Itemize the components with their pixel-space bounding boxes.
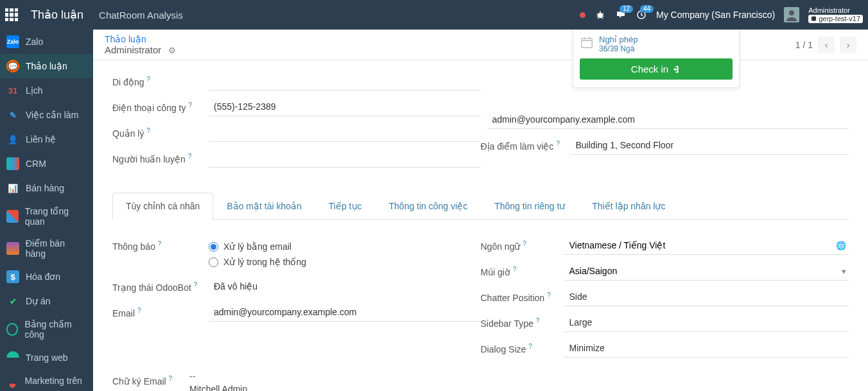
help-icon[interactable]: ? (169, 375, 173, 382)
chatter-position-label: Chatter Position (481, 293, 545, 303)
notify-email-option[interactable]: Xử lý bằng email (209, 239, 306, 254)
user-avatar[interactable] (784, 7, 799, 22)
debug-bug-icon[interactable] (595, 9, 606, 21)
form-sheet: Di động ? Điện thoại công ty ? Quản lý ?… (93, 60, 868, 391)
coach-field[interactable] (209, 149, 481, 168)
work-phone-field[interactable] (209, 98, 481, 116)
activities-badge: 44 (640, 5, 654, 13)
user-menu[interactable]: Administrator gerp-test-v17 (808, 6, 863, 23)
sidebar-item-project[interactable]: ✔Dự án (0, 289, 93, 313)
messages-icon[interactable]: 12 (615, 9, 627, 21)
breadcrumb-parent[interactable]: Thảo luận (105, 34, 146, 44)
signature-label: Chữ ký Email (112, 376, 166, 387)
language-select[interactable] (564, 236, 834, 254)
gear-icon[interactable]: ⚙ (168, 46, 176, 55)
pager-prev-button[interactable]: ‹ (818, 37, 835, 53)
sidebar-item-label: Bán hàng (26, 183, 64, 193)
sidebar-item-contacts[interactable]: 👤Liên hệ (0, 127, 93, 152)
sidebar-item-label: Điểm bán hàng (26, 238, 87, 259)
pager: 1 / 1 ‹ › (795, 37, 856, 53)
tab-hr-settings[interactable]: Thiết lập nhân lực (578, 193, 679, 219)
sidebar-item-discuss[interactable]: 💬Thảo luận (0, 54, 93, 78)
help-icon[interactable]: ? (513, 266, 517, 273)
help-icon[interactable]: ? (194, 281, 198, 288)
tab-account-security[interactable]: Bảo mật tài khoản (213, 193, 315, 219)
sidebar-item-sales[interactable]: 📊Bán hàng (0, 176, 93, 200)
timezone-select[interactable] (564, 262, 840, 280)
tab-personal-prefs[interactable]: Tùy chỉnh cá nhân (112, 193, 213, 220)
manager-field[interactable] (209, 123, 481, 142)
tab-work-info[interactable]: Thông tin công việc (376, 193, 482, 219)
tab-body: Thông báo ? Xử lý bằng email Xử lý trong… (112, 220, 849, 391)
help-icon[interactable]: ? (188, 101, 192, 109)
svg-point-0 (598, 13, 603, 18)
help-icon[interactable]: ? (536, 317, 540, 324)
svg-point-3 (789, 10, 794, 15)
signature-value[interactable]: Mitchell Admin (189, 384, 849, 391)
brand-subtitle[interactable]: ChatRoom Analysis (99, 10, 183, 21)
activities-icon[interactable]: 44 (636, 9, 647, 21)
sidebar-item-marketing[interactable]: ❤Marketing trên ... (0, 370, 93, 391)
sidebar-item-calendar[interactable]: 31Lịch (0, 78, 93, 103)
sidebar-item-label: CRM (26, 159, 46, 169)
company-switcher[interactable]: My Company (San Francisco) (656, 10, 775, 20)
database-pill: gerp-test-v17 (808, 15, 863, 23)
notification-radio-group: Xử lý bằng email Xử lý trong hệ thống (209, 236, 306, 272)
mobile-field[interactable] (209, 72, 481, 91)
sidebar-item-attendance[interactable]: Bảng chấm công (0, 313, 93, 345)
sidebar-item-label: Việc cần làm (26, 110, 78, 120)
svg-rect-5 (582, 39, 593, 48)
help-icon[interactable]: ? (547, 291, 551, 299)
sidebar-item-zalo[interactable]: ZaloZalo (0, 30, 93, 54)
chevron-down-icon[interactable]: ▾ (839, 266, 849, 276)
notify-inbox-option[interactable]: Xử lý trong hệ thống (209, 254, 306, 270)
pager-next-button[interactable]: › (840, 37, 856, 53)
pager-text: 1 / 1 (795, 40, 813, 50)
help-icon[interactable]: ? (146, 76, 150, 83)
sidebar-item-pos[interactable]: Điểm bán hàng (0, 232, 93, 265)
work-email-top-field[interactable] (487, 110, 849, 129)
recording-dot-icon (580, 12, 586, 18)
work-location-label: Địa điểm làm việc (481, 141, 554, 152)
sidebar-item-label: Zalo (26, 37, 43, 47)
help-icon[interactable]: ? (158, 240, 162, 247)
tab-private-info[interactable]: Thông tin riêng tư (481, 193, 578, 219)
help-icon[interactable]: ? (146, 127, 150, 134)
check-in-button[interactable]: Check in (580, 58, 733, 80)
help-icon[interactable]: ? (188, 153, 192, 160)
notify-inbox-radio[interactable] (209, 257, 218, 267)
odoobot-label: Trạng thái OdooBot (112, 282, 191, 293)
sidebar-item-label: Thảo luận (26, 61, 67, 71)
sidebar-item-todo[interactable]: ✎Việc cần làm (0, 103, 93, 127)
help-icon[interactable]: ? (523, 240, 526, 247)
content-area: Thảo luận Administrator ⚙ 1 / 1 ‹ › Nghỉ… (93, 30, 868, 391)
calendar-icon (580, 35, 594, 53)
sidebar-item-label: Liên hệ (26, 134, 56, 144)
leave-label: Nghỉ phép (599, 35, 638, 44)
mobile-label: Di động (112, 77, 144, 87)
tab-resume[interactable]: Tiếp tục (315, 193, 376, 219)
email-label: Email (112, 308, 135, 318)
email-field[interactable] (209, 303, 481, 322)
work-location-field[interactable] (571, 136, 849, 155)
sidebar-item-invoicing[interactable]: $Hóa đơn (0, 265, 93, 289)
sidebar-type-label: Sidebar Type (481, 318, 534, 329)
dialog-size-select[interactable] (564, 339, 849, 358)
notify-email-radio[interactable] (209, 242, 218, 252)
help-icon[interactable]: ? (137, 307, 141, 314)
chatter-position-select[interactable] (564, 288, 849, 306)
sidebar-type-select[interactable] (564, 313, 849, 332)
sidebar-item-dashboard[interactable]: Trang tổng quan (0, 200, 93, 232)
help-icon[interactable]: ? (528, 343, 532, 350)
globe-icon[interactable]: 🌐 (833, 241, 849, 250)
help-icon[interactable]: ? (556, 140, 560, 147)
dialog-size-label: Dialog Size (481, 344, 526, 354)
sidebar-item-label: Bảng chấm công (24, 319, 87, 340)
control-panel: Thảo luận Administrator ⚙ 1 / 1 ‹ › (93, 30, 868, 60)
manager-label: Quản lý (112, 128, 144, 139)
apps-icon[interactable] (5, 8, 18, 21)
brand-title[interactable]: Thảo luận (31, 8, 83, 22)
sidebar-item-crm[interactable]: CRM (0, 152, 93, 176)
page-title: Administrator (105, 44, 161, 55)
sidebar-item-website[interactable]: Trang web (0, 345, 93, 370)
